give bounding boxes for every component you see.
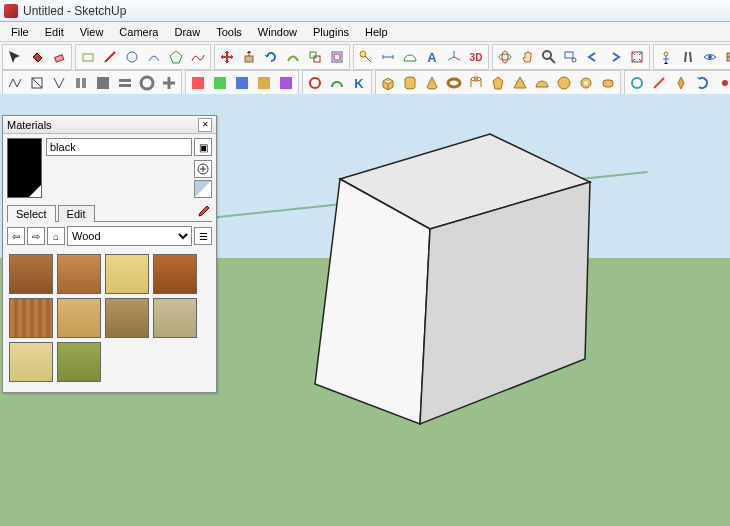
axes-tool[interactable] <box>443 46 465 68</box>
cube-model[interactable] <box>280 104 620 444</box>
menu-tools[interactable]: Tools <box>208 24 250 40</box>
sandbox-tool-2[interactable] <box>326 72 348 94</box>
shape-cone[interactable] <box>421 72 443 94</box>
swatch-wood-cherry[interactable] <box>9 254 53 294</box>
rotate-tool[interactable] <box>260 46 282 68</box>
svg-point-42 <box>632 78 642 88</box>
protractor-tool[interactable] <box>399 46 421 68</box>
style-tool-1[interactable] <box>4 72 26 94</box>
style-tool-7[interactable] <box>136 72 158 94</box>
circle-tool[interactable] <box>121 46 143 68</box>
rectangle-tool[interactable] <box>77 46 99 68</box>
layer-tool-4[interactable] <box>253 72 275 94</box>
polygon-tool[interactable] <box>165 46 187 68</box>
toggle-secondary-icon[interactable]: ▣ <box>194 138 212 156</box>
plugin-tool-2[interactable] <box>648 72 670 94</box>
menu-help[interactable]: Help <box>357 24 396 40</box>
menu-view[interactable]: View <box>72 24 112 40</box>
sectionplane-tool[interactable] <box>721 46 730 68</box>
eraser-tool[interactable] <box>48 46 70 68</box>
move-tool[interactable] <box>216 46 238 68</box>
lookaround-tool[interactable] <box>699 46 721 68</box>
zoom-next-tool[interactable] <box>604 46 626 68</box>
style-tool-3[interactable] <box>48 72 70 94</box>
dimension-tool[interactable] <box>377 46 399 68</box>
swatch-wood-ash[interactable] <box>153 298 197 338</box>
nav-home-icon[interactable]: ⌂ <box>47 227 65 245</box>
sandbox-tool-1[interactable] <box>304 72 326 94</box>
swatch-wood-birch[interactable] <box>9 342 53 382</box>
shape-dome[interactable] <box>531 72 553 94</box>
shape-box[interactable] <box>377 72 399 94</box>
arc-tool[interactable] <box>143 46 165 68</box>
shape-tube[interactable] <box>465 72 487 94</box>
freehand-tool[interactable] <box>187 46 209 68</box>
plugin-tool-5[interactable] <box>714 72 730 94</box>
tab-edit[interactable]: Edit <box>58 205 95 222</box>
3dtext-tool[interactable]: 3D <box>465 46 487 68</box>
shape-extra-1[interactable] <box>575 72 597 94</box>
layer-tool-3[interactable] <box>231 72 253 94</box>
zoom-previous-tool[interactable] <box>582 46 604 68</box>
menu-edit[interactable]: Edit <box>37 24 72 40</box>
layer-tool-5[interactable] <box>275 72 297 94</box>
swatch-wood-maple[interactable] <box>57 298 101 338</box>
shape-cylinder[interactable] <box>399 72 421 94</box>
style-tool-8[interactable] <box>158 72 180 94</box>
current-material-swatch[interactable] <box>7 138 42 198</box>
position-camera-tool[interactable] <box>655 46 677 68</box>
scale-tool[interactable] <box>304 46 326 68</box>
text-tool[interactable]: A <box>421 46 443 68</box>
style-tool-2[interactable] <box>26 72 48 94</box>
style-tool-6[interactable] <box>114 72 136 94</box>
swatch-wood-mahogany[interactable] <box>153 254 197 294</box>
close-icon[interactable]: ✕ <box>198 118 212 132</box>
orbit-tool[interactable] <box>494 46 516 68</box>
nav-back-icon[interactable]: ⇦ <box>7 227 25 245</box>
menu-camera[interactable]: Camera <box>111 24 166 40</box>
offset-tool[interactable] <box>326 46 348 68</box>
menu-draw[interactable]: Draw <box>166 24 208 40</box>
svg-rect-7 <box>334 54 340 60</box>
followme-tool[interactable] <box>282 46 304 68</box>
shape-sphere[interactable] <box>553 72 575 94</box>
style-tool-4[interactable] <box>70 72 92 94</box>
swatch-wood-parquet[interactable] <box>9 298 53 338</box>
pan-tool[interactable] <box>516 46 538 68</box>
zoom-tool[interactable] <box>538 46 560 68</box>
zoom-extents-tool[interactable] <box>626 46 648 68</box>
menu-file[interactable]: File <box>3 24 37 40</box>
tab-select[interactable]: Select <box>7 205 56 222</box>
material-category-select[interactable]: Wood <box>67 226 192 246</box>
paint-bucket-tool[interactable] <box>26 46 48 68</box>
plugin-tool-3[interactable] <box>670 72 692 94</box>
layer-tool-2[interactable] <box>209 72 231 94</box>
menu-window[interactable]: Window <box>250 24 305 40</box>
nav-forward-icon[interactable]: ⇨ <box>27 227 45 245</box>
menu-plugins[interactable]: Plugins <box>305 24 357 40</box>
sandbox-tool-3[interactable]: K <box>348 72 370 94</box>
shape-pyramid[interactable] <box>509 72 531 94</box>
zoom-window-tool[interactable] <box>560 46 582 68</box>
shape-prism[interactable] <box>487 72 509 94</box>
shape-extra-2[interactable] <box>597 72 619 94</box>
style-tool-5[interactable] <box>92 72 114 94</box>
eyedropper-icon[interactable] <box>194 203 212 221</box>
line-tool[interactable] <box>99 46 121 68</box>
pushpull-tool[interactable] <box>238 46 260 68</box>
select-tool[interactable] <box>4 46 26 68</box>
details-icon[interactable]: ☰ <box>194 227 212 245</box>
walk-tool[interactable] <box>677 46 699 68</box>
shape-torus[interactable] <box>443 72 465 94</box>
swatch-wood-pine[interactable] <box>105 254 149 294</box>
layer-tool-1[interactable] <box>187 72 209 94</box>
create-material-icon[interactable] <box>194 160 212 178</box>
swatch-wood-bamboo[interactable] <box>57 342 101 382</box>
tape-measure-tool[interactable] <box>355 46 377 68</box>
material-name-input[interactable] <box>46 138 192 156</box>
swatch-wood-walnut[interactable] <box>105 298 149 338</box>
swatch-wood-oak[interactable] <box>57 254 101 294</box>
default-material-icon[interactable] <box>194 180 212 198</box>
plugin-tool-4[interactable] <box>692 72 714 94</box>
plugin-tool-1[interactable] <box>626 72 648 94</box>
